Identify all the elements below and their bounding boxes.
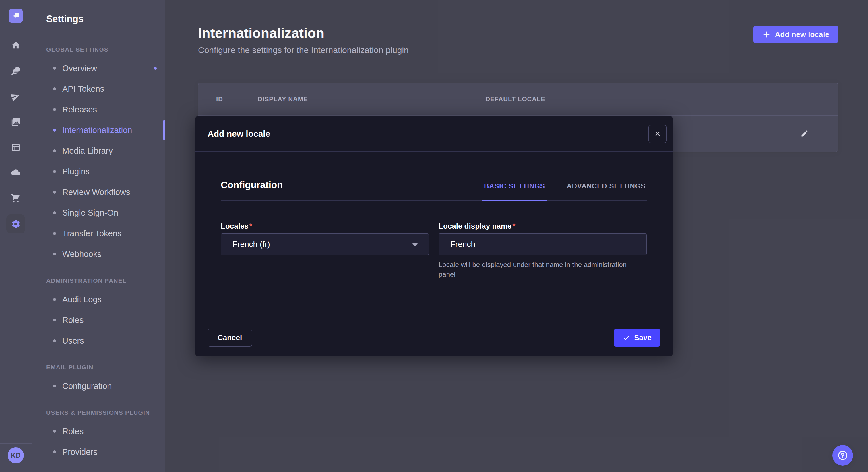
required-asterisk: * (513, 222, 515, 230)
close-icon (654, 131, 661, 137)
display-name-label: Locale display name* (439, 222, 647, 230)
locales-field: Locales* French (fr) (221, 222, 429, 279)
settings-tab[interactable]: BASIC SETTINGS (482, 182, 547, 201)
display-name-field: Locale display name* Locale will be disp… (439, 222, 647, 279)
configuration-title: Configuration (221, 179, 283, 200)
save-button[interactable]: Save (614, 329, 660, 347)
settings-tabs: BASIC SETTINGSADVANCED SETTINGS (482, 182, 647, 200)
chevron-down-icon (412, 243, 418, 247)
add-locale-modal: Add new locale Configuration BASIC SETTI… (195, 116, 673, 357)
close-modal-button[interactable] (648, 125, 667, 143)
modal-footer: Cancel Save (195, 318, 673, 357)
locales-select-value: French (fr) (232, 240, 270, 249)
settings-tab[interactable]: ADVANCED SETTINGS (565, 182, 647, 201)
configuration-header-row: Configuration BASIC SETTINGSADVANCED SET… (221, 179, 647, 201)
form-fields-row: Locales* French (fr) Locale display name… (221, 222, 647, 279)
check-icon (623, 334, 630, 341)
display-name-input[interactable] (439, 233, 647, 255)
modal-title: Add new locale (208, 129, 270, 139)
modal-body: Configuration BASIC SETTINGSADVANCED SET… (195, 179, 673, 279)
locales-label: Locales* (221, 222, 429, 230)
cancel-button[interactable]: Cancel (208, 329, 252, 347)
modal-header: Add new locale (195, 116, 673, 152)
locales-select[interactable]: French (fr) (221, 233, 429, 255)
required-asterisk: * (249, 222, 252, 230)
display-name-hint: Locale will be displayed under that name… (439, 260, 637, 279)
